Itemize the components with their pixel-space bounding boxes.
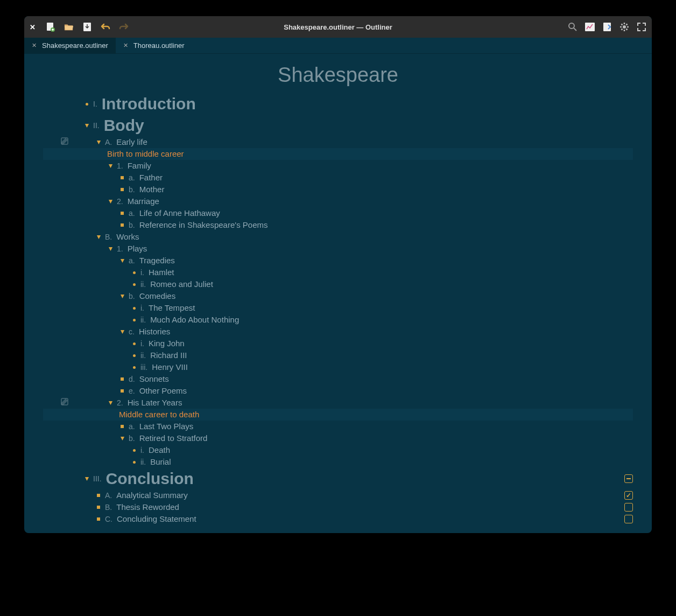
outline-item[interactable]: a.Tragedies bbox=[43, 255, 633, 267]
disclosure-triangle-icon[interactable] bbox=[95, 140, 102, 145]
outline-item[interactable]: A.Early life bbox=[43, 136, 633, 148]
outline-item[interactable]: ii.Richard III bbox=[43, 349, 633, 361]
outline-item[interactable]: A.Analytical Summary bbox=[43, 489, 633, 501]
disclosure-triangle-icon[interactable] bbox=[95, 235, 102, 240]
outline-item[interactable]: i.The Tempest bbox=[43, 302, 633, 314]
outline-item[interactable]: b.Retired to Stratford bbox=[43, 432, 633, 444]
outline-label[interactable]: Concluding Statement bbox=[117, 513, 196, 525]
outline-label[interactable]: Retired to Stratford bbox=[139, 432, 208, 444]
tab-thoreau-outliner[interactable]: ✕Thoreau.outliner bbox=[116, 38, 192, 53]
outline-label[interactable]: Reference in Shakespeare's Poems bbox=[139, 219, 268, 231]
outline-item[interactable]: B.Thesis Reworded bbox=[43, 501, 633, 513]
outline-label[interactable]: Other Poems bbox=[139, 385, 187, 397]
outline-item[interactable]: a.Father bbox=[43, 172, 633, 184]
outline-item[interactable]: C.Concluding Statement bbox=[43, 513, 633, 525]
outline-label[interactable]: King John bbox=[149, 338, 185, 349]
disclosure-triangle-icon[interactable] bbox=[107, 199, 114, 204]
outline-item[interactable]: I.Introduction bbox=[43, 93, 633, 115]
outline-label[interactable]: The Tempest bbox=[149, 302, 195, 314]
outline-note[interactable]: Birth to middle career bbox=[43, 148, 633, 160]
outline-label[interactable]: Father bbox=[139, 172, 163, 184]
outline-item[interactable]: e.Other Poems bbox=[43, 385, 633, 397]
outline-label[interactable]: Marriage bbox=[128, 195, 159, 207]
checkbox[interactable] bbox=[624, 474, 633, 483]
outline-label[interactable]: Conclusion bbox=[106, 473, 194, 485]
export-icon[interactable] bbox=[602, 22, 612, 32]
outline-item[interactable]: III.Conclusion bbox=[43, 468, 633, 489]
outline-item[interactable]: 1.Family bbox=[43, 160, 633, 172]
disclosure-triangle-icon[interactable] bbox=[107, 164, 114, 169]
outline-label[interactable]: Death bbox=[149, 444, 170, 456]
disclosure-triangle-icon[interactable] bbox=[83, 123, 90, 128]
document-title[interactable]: Shakespeare bbox=[43, 64, 633, 87]
gear-icon[interactable] bbox=[619, 22, 629, 32]
outline-label[interactable]: Much Ado About Nothing bbox=[150, 314, 239, 326]
outline-label[interactable]: Mother bbox=[139, 184, 165, 195]
outline-item[interactable]: d.Sonnets bbox=[43, 373, 633, 385]
outline-item[interactable]: ii.Burial bbox=[43, 456, 633, 468]
outline-label[interactable]: Last Two Plays bbox=[139, 421, 194, 432]
outline-item[interactable]: ii.Romeo and Juliet bbox=[43, 278, 633, 290]
outline-item[interactable]: ii.Much Ado About Nothing bbox=[43, 314, 633, 326]
outline-item[interactable]: 1.Plays bbox=[43, 243, 633, 255]
outline-item[interactable]: II.Body bbox=[43, 115, 633, 136]
outline-label[interactable]: Life of Anne Hathaway bbox=[139, 207, 220, 219]
outline-label[interactable]: Early life bbox=[116, 136, 147, 148]
outline-label[interactable]: Histories bbox=[139, 326, 170, 338]
outline-item[interactable]: iii.Henry VIII bbox=[43, 361, 633, 373]
disclosure-triangle-icon[interactable] bbox=[83, 477, 90, 481]
outline-label[interactable]: Family bbox=[128, 160, 151, 172]
outline-item[interactable]: c.Histories bbox=[43, 326, 633, 338]
outline-label[interactable]: Hamlet bbox=[149, 267, 174, 278]
outline-label[interactable]: His Later Years bbox=[128, 397, 182, 409]
outline-label[interactable]: Thesis Reworded bbox=[116, 501, 179, 513]
outline-label[interactable]: Sonnets bbox=[139, 373, 169, 385]
disclosure-triangle-icon[interactable] bbox=[107, 401, 114, 405]
outline-label[interactable]: Romeo and Juliet bbox=[150, 278, 213, 290]
outline-label[interactable]: Richard III bbox=[150, 349, 187, 361]
note-icon[interactable] bbox=[61, 397, 68, 409]
outline-label[interactable]: Burial bbox=[150, 456, 171, 468]
outline-note[interactable]: Middle career to death bbox=[43, 409, 633, 421]
outline-item[interactable]: 2.His Later Years bbox=[43, 397, 633, 409]
stats-icon[interactable] bbox=[585, 22, 595, 32]
redo-icon[interactable] bbox=[119, 22, 129, 32]
outline-label[interactable]: Henry VIII bbox=[152, 361, 188, 373]
outline-label[interactable]: Introduction bbox=[102, 98, 196, 110]
outline-item[interactable]: i.King John bbox=[43, 338, 633, 349]
note-text[interactable]: Birth to middle career bbox=[107, 148, 184, 160]
search-icon[interactable] bbox=[568, 22, 578, 32]
outline-item[interactable]: 2.Marriage bbox=[43, 195, 633, 207]
disclosure-triangle-icon[interactable] bbox=[119, 330, 125, 334]
undo-icon[interactable] bbox=[101, 22, 110, 32]
note-icon[interactable] bbox=[61, 136, 68, 148]
outline-item[interactable]: b.Comedies bbox=[43, 290, 633, 302]
outline-item[interactable]: a.Last Two Plays bbox=[43, 421, 633, 432]
new-document-icon[interactable] bbox=[46, 22, 55, 32]
folder-open-icon[interactable] bbox=[64, 22, 74, 32]
fullscreen-icon[interactable] bbox=[637, 22, 646, 32]
disclosure-triangle-icon[interactable] bbox=[119, 436, 125, 441]
close-window-button[interactable]: ✕ bbox=[30, 23, 37, 31]
note-text[interactable]: Middle career to death bbox=[119, 409, 199, 421]
tab-close-icon[interactable]: ✕ bbox=[123, 42, 128, 49]
outline-label[interactable]: Tragedies bbox=[139, 255, 175, 267]
checkbox[interactable] bbox=[624, 491, 633, 500]
outline-item[interactable]: a.Life of Anne Hathaway bbox=[43, 207, 633, 219]
outline-label[interactable]: Plays bbox=[128, 243, 147, 255]
disclosure-triangle-icon[interactable] bbox=[107, 247, 114, 251]
outline-item[interactable]: i.Hamlet bbox=[43, 267, 633, 278]
import-icon[interactable] bbox=[82, 22, 92, 32]
outline-label[interactable]: Works bbox=[116, 231, 139, 243]
outline-item[interactable]: i.Death bbox=[43, 444, 633, 456]
disclosure-triangle-icon[interactable] bbox=[119, 294, 125, 299]
tab-shakespeare-outliner[interactable]: ✕Shakespeare.outliner bbox=[24, 38, 116, 53]
outline-item[interactable]: b.Mother bbox=[43, 184, 633, 195]
checkbox[interactable] bbox=[624, 515, 633, 523]
tab-close-icon[interactable]: ✕ bbox=[32, 42, 37, 49]
outline-label[interactable]: Body bbox=[104, 120, 144, 131]
checkbox[interactable] bbox=[624, 503, 633, 512]
disclosure-triangle-icon[interactable] bbox=[119, 258, 125, 263]
outline-label[interactable]: Analytical Summary bbox=[116, 489, 188, 501]
outline-label[interactable]: Comedies bbox=[139, 290, 176, 302]
